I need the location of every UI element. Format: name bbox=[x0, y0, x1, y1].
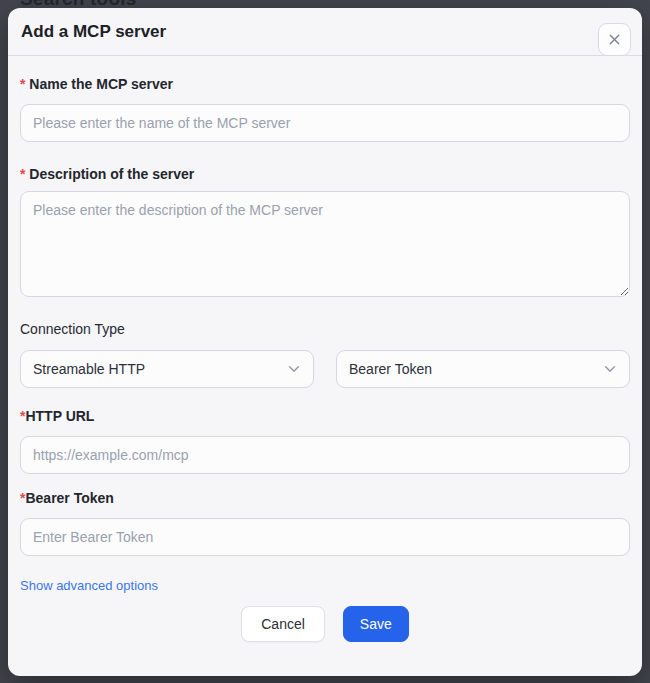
close-icon bbox=[607, 32, 622, 47]
name-input[interactable] bbox=[20, 104, 630, 142]
http-url-label: *HTTP URL bbox=[20, 408, 630, 425]
chevron-down-icon bbox=[603, 362, 617, 376]
modal-footer: Cancel Save bbox=[8, 594, 642, 678]
field-group-description: * Description of the server bbox=[20, 166, 630, 297]
description-textarea[interactable] bbox=[20, 191, 630, 297]
connection-type-selected-value: Streamable HTTP bbox=[33, 361, 145, 377]
modal-body: * Name the MCP server * Description of t… bbox=[8, 56, 642, 594]
connection-type-select[interactable]: Streamable HTTP bbox=[20, 350, 314, 388]
chevron-down-icon bbox=[287, 362, 301, 376]
auth-type-select[interactable]: Bearer Token bbox=[336, 350, 630, 388]
required-asterisk: * bbox=[20, 166, 29, 182]
field-group-connection: Connection Type Streamable HTTP Bearer T… bbox=[20, 321, 630, 388]
required-asterisk: * bbox=[20, 76, 29, 92]
connection-type-label: Connection Type bbox=[20, 321, 630, 338]
field-group-name: * Name the MCP server bbox=[20, 76, 630, 142]
field-group-http-url: *HTTP URL bbox=[20, 408, 630, 474]
add-mcp-server-modal: Add a MCP server * Name the MCP server *… bbox=[8, 8, 642, 676]
bearer-token-input[interactable] bbox=[20, 518, 630, 556]
http-url-input[interactable] bbox=[20, 436, 630, 474]
show-advanced-options-link[interactable]: Show advanced options bbox=[20, 578, 158, 593]
save-button[interactable]: Save bbox=[343, 606, 409, 642]
name-label: * Name the MCP server bbox=[20, 76, 630, 93]
close-button[interactable] bbox=[598, 23, 631, 56]
bearer-token-label: *Bearer Token bbox=[20, 490, 630, 507]
auth-type-selected-value: Bearer Token bbox=[349, 361, 432, 377]
modal-header: Add a MCP server bbox=[8, 8, 642, 56]
description-label: * Description of the server bbox=[20, 166, 630, 183]
field-group-bearer-token: *Bearer Token bbox=[20, 490, 630, 556]
connection-select-row: Streamable HTTP Bearer Token bbox=[20, 350, 630, 388]
cancel-button[interactable]: Cancel bbox=[241, 606, 325, 642]
modal-title: Add a MCP server bbox=[21, 22, 166, 42]
